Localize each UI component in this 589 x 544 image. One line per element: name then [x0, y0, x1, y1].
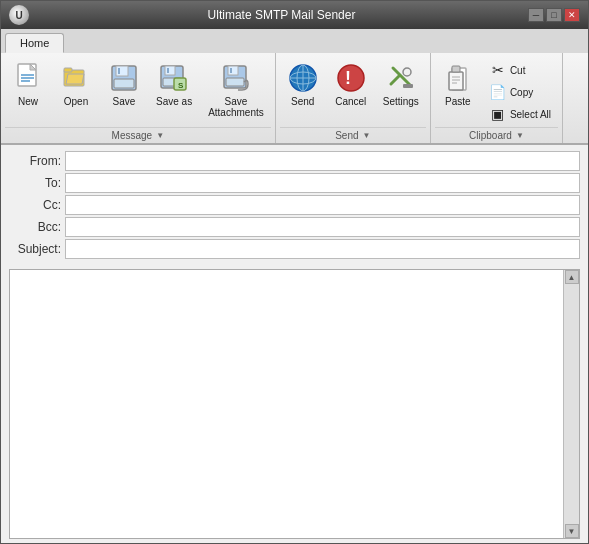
- subject-input[interactable]: [65, 239, 580, 259]
- svg-rect-20: [230, 68, 232, 73]
- svg-rect-6: [64, 68, 72, 72]
- svg-rect-9: [116, 66, 128, 76]
- clipboard-group-label: Clipboard ▼: [435, 127, 558, 143]
- settings-button[interactable]: Settings: [376, 57, 426, 112]
- open-button[interactable]: Open: [53, 57, 99, 112]
- settings-icon: [385, 62, 417, 94]
- cc-input[interactable]: [65, 195, 580, 215]
- send-icon: [287, 62, 319, 94]
- to-input[interactable]: [65, 173, 580, 193]
- svg-point-27: [338, 65, 364, 91]
- svg-rect-21: [226, 78, 244, 86]
- svg-line-30: [391, 76, 399, 84]
- send-button[interactable]: Send: [280, 57, 326, 112]
- ribbon: New Open: [1, 53, 588, 145]
- email-body-area: ▲ ▼: [9, 269, 580, 539]
- cc-label: Cc:: [9, 198, 61, 212]
- tab-home[interactable]: Home: [5, 33, 64, 53]
- window-controls: ─ □ ✕: [528, 8, 580, 22]
- svg-line-29: [393, 68, 411, 86]
- ribbon-group-send: Send ! Cancel: [276, 53, 431, 143]
- svg-rect-19: [228, 66, 238, 75]
- svg-rect-11: [114, 79, 134, 88]
- scroll-down-arrow[interactable]: ▼: [565, 524, 579, 538]
- to-row: To:: [9, 173, 580, 193]
- new-icon: [12, 62, 44, 94]
- paste-icon: [442, 62, 474, 94]
- title-bar: U Ultimate SMTP Mail Sender ─ □ ✕: [1, 1, 588, 29]
- body-scrollbar[interactable]: ▲ ▼: [563, 270, 579, 538]
- clipboard-group-expand[interactable]: ▼: [516, 131, 524, 140]
- svg-rect-35: [452, 66, 460, 72]
- save-button[interactable]: Save: [101, 57, 147, 112]
- ribbon-group-message: New Open: [1, 53, 276, 143]
- cc-row: Cc:: [9, 195, 580, 215]
- new-button[interactable]: New: [5, 57, 51, 112]
- app-window: U Ultimate SMTP Mail Sender ─ □ ✕ Home: [0, 0, 589, 544]
- svg-point-31: [403, 68, 411, 76]
- svg-marker-7: [66, 74, 84, 84]
- open-icon: [60, 62, 92, 94]
- message-group-expand[interactable]: ▼: [156, 131, 164, 140]
- bcc-label: Bcc:: [9, 220, 61, 234]
- paste-button[interactable]: Paste: [435, 57, 481, 112]
- bcc-row: Bcc:: [9, 217, 580, 237]
- from-label: From:: [9, 154, 61, 168]
- email-body-input[interactable]: [10, 270, 563, 534]
- clipboard-group-buttons: Paste ✂ Cut 📄 Copy ▣ Select All: [435, 57, 558, 125]
- select-all-icon: ▣: [490, 106, 506, 122]
- from-row: From:: [9, 151, 580, 171]
- tab-bar: Home: [1, 29, 588, 53]
- select-all-button[interactable]: ▣ Select All: [483, 103, 558, 125]
- cancel-icon: !: [335, 62, 367, 94]
- svg-rect-34: [449, 72, 463, 90]
- send-group-expand[interactable]: ▼: [363, 131, 371, 140]
- cancel-button[interactable]: ! Cancel: [328, 57, 374, 112]
- send-group-label: Send ▼: [280, 127, 426, 143]
- save-icon: [108, 62, 140, 94]
- to-label: To:: [9, 176, 61, 190]
- scroll-up-arrow[interactable]: ▲: [565, 270, 579, 284]
- cut-icon: ✂: [490, 62, 506, 78]
- send-group-buttons: Send ! Cancel: [280, 57, 426, 125]
- subject-label: Subject:: [9, 242, 61, 256]
- from-input[interactable]: [65, 151, 580, 171]
- svg-text:S: S: [178, 81, 184, 90]
- svg-text:!: !: [345, 68, 351, 88]
- clipboard-small-buttons: ✂ Cut 📄 Copy ▣ Select All: [483, 57, 558, 125]
- message-group-label: Message ▼: [5, 127, 271, 143]
- svg-rect-14: [167, 68, 169, 73]
- email-form: From: To: Cc: Bcc: Subject:: [1, 145, 588, 265]
- message-group-buttons: New Open: [5, 57, 271, 125]
- copy-icon: 📄: [490, 84, 506, 100]
- cut-button[interactable]: ✂ Cut: [483, 59, 558, 81]
- svg-rect-13: [165, 66, 175, 75]
- subject-row: Subject:: [9, 239, 580, 259]
- save-attachments-button[interactable]: SaveAttachments: [201, 57, 271, 123]
- ribbon-group-clipboard: Paste ✂ Cut 📄 Copy ▣ Select All: [431, 53, 563, 143]
- copy-button[interactable]: 📄 Copy: [483, 81, 558, 103]
- bcc-input[interactable]: [65, 217, 580, 237]
- svg-rect-10: [118, 68, 120, 74]
- save-as-button[interactable]: S Save as: [149, 57, 199, 112]
- restore-button[interactable]: □: [546, 8, 562, 22]
- save-attachments-icon: [220, 62, 252, 94]
- close-button[interactable]: ✕: [564, 8, 580, 22]
- app-icon: U: [9, 5, 29, 25]
- window-title: Ultimate SMTP Mail Sender: [35, 8, 528, 22]
- svg-rect-32: [403, 84, 413, 88]
- save-as-icon: S: [158, 62, 190, 94]
- minimize-button[interactable]: ─: [528, 8, 544, 22]
